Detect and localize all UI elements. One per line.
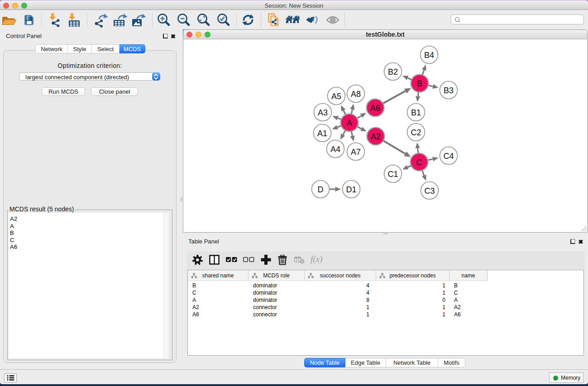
- svg-text:B2: B2: [388, 67, 398, 76]
- svg-text:D: D: [318, 185, 324, 194]
- svg-text:C1: C1: [387, 170, 398, 179]
- svg-text:C: C: [416, 158, 422, 167]
- svg-text:A3: A3: [318, 108, 328, 117]
- svg-text:C2: C2: [411, 128, 421, 137]
- svg-text:A5: A5: [331, 92, 341, 101]
- svg-text:B: B: [417, 79, 422, 88]
- svg-text:C3: C3: [424, 186, 435, 195]
- svg-text:A1: A1: [317, 129, 327, 138]
- svg-text:B4: B4: [424, 51, 434, 60]
- svg-text:A2: A2: [371, 132, 381, 141]
- svg-text:A: A: [347, 119, 352, 128]
- svg-text:D1: D1: [346, 185, 356, 194]
- svg-text:B1: B1: [411, 108, 421, 117]
- svg-text:A8: A8: [351, 90, 361, 99]
- svg-text:A4: A4: [330, 145, 340, 154]
- svg-text:A7: A7: [351, 148, 361, 157]
- svg-text:B3: B3: [444, 86, 454, 95]
- svg-text:A6: A6: [370, 104, 380, 113]
- svg-text:C4: C4: [443, 152, 454, 161]
